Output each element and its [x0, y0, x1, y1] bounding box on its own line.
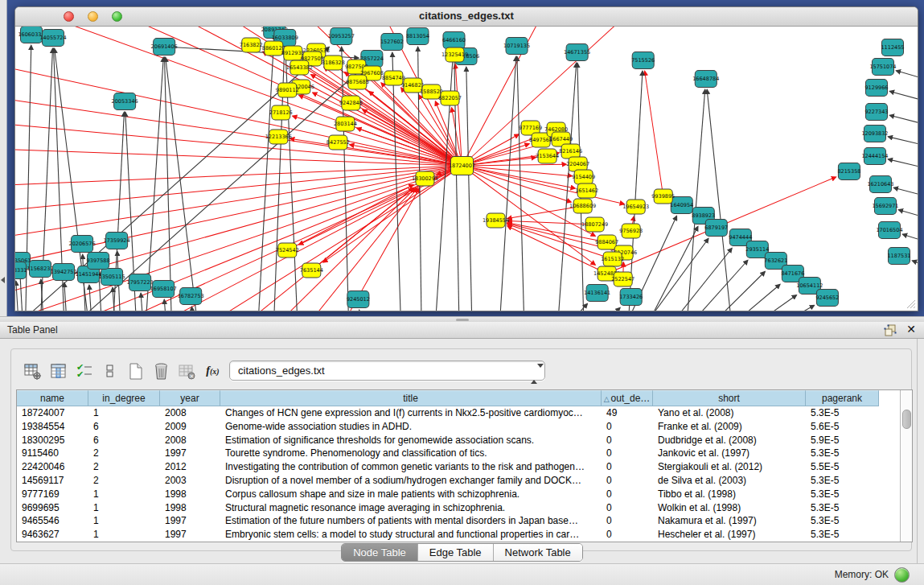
graph-node[interactable]: 1527602	[380, 34, 404, 51]
graph-edge[interactable]	[165, 58, 173, 311]
graph-node[interactable]: 13942757	[50, 264, 76, 281]
graph-node[interactable]: 19384554	[483, 213, 509, 228]
graph-edge[interactable]	[888, 137, 918, 147]
row-height-icon[interactable]	[100, 360, 120, 381]
graph-node[interactable]: 20691406	[151, 39, 178, 56]
graph-node[interactable]: 7524542	[276, 243, 299, 257]
table-row[interactable]: 1872400712008Changes of HCN gene express…	[17, 406, 912, 420]
graph-node[interactable]: 6822057	[438, 91, 462, 105]
graph-node[interactable]: 8813054	[406, 28, 429, 45]
show-columns-icon[interactable]	[48, 360, 68, 381]
graph-edge[interactable]	[889, 91, 918, 103]
column-header-year[interactable]: year	[160, 390, 220, 406]
network-canvas[interactable]: 1606033814055724206914062089174316033809…	[15, 27, 918, 311]
table-selector-dropdown[interactable]: citations_edges.txt	[229, 360, 545, 381]
graph-node[interactable]: 9245012	[347, 291, 370, 308]
splitter-handle[interactable]	[456, 319, 469, 321]
graph-node[interactable]: 16543382	[286, 60, 313, 75]
graph-edge[interactable]	[287, 185, 413, 250]
memory-status-led[interactable]	[894, 567, 910, 583]
selection-mode-icon[interactable]: ✔ ✔	[74, 360, 94, 381]
graph-edge[interactable]	[902, 234, 918, 244]
column-header-name[interactable]: name	[17, 390, 88, 406]
tab-edge-table[interactable]: Edge Table	[418, 544, 494, 561]
graph-node[interactable]: 15751074	[869, 59, 896, 76]
graph-node[interactable]: 14671355	[564, 44, 590, 61]
table-row[interactable]: 946554611997Estimation of the future num…	[17, 514, 912, 528]
graph-edge[interactable]	[462, 166, 624, 204]
graph-node[interactable]: 8186328	[322, 56, 345, 70]
horizontal-splitter[interactable]	[0, 316, 924, 322]
table-row[interactable]: 1456911722003Disruption of a novel membe…	[17, 474, 912, 488]
graph-node[interactable]: 10688609	[569, 199, 596, 213]
column-header-pagerank[interactable]: pagerank	[806, 390, 879, 406]
column-header-short[interactable]: short	[653, 390, 806, 406]
graph-node[interactable]: 9227343	[864, 104, 888, 121]
graph-node[interactable]: 9242848	[339, 96, 363, 110]
window-titlebar[interactable]: citations_edges.txt	[15, 7, 918, 27]
column-header-in_degree[interactable]: in_degree	[88, 390, 160, 406]
vertical-scrollbar[interactable]	[900, 390, 912, 542]
graph-edge[interactable]	[466, 68, 473, 311]
graph-node[interactable]: 16958107	[150, 281, 177, 298]
graph-node[interactable]: 3913331	[15, 262, 27, 279]
graph-node[interactable]: 18300295	[412, 171, 438, 186]
graph-edge[interactable]	[16, 282, 20, 311]
table-row[interactable]: 1938455462009Genome-wide association stu…	[17, 420, 912, 434]
table-row[interactable]: 977716911998Corpus callosum shape and si…	[17, 488, 912, 501]
function-builder-icon[interactable]: f(x)	[203, 360, 223, 381]
delete-table-icon[interactable]: ✕	[177, 360, 197, 381]
collapse-arrow-icon[interactable]	[1, 277, 5, 283]
scrollbar-thumb[interactable]	[902, 410, 911, 429]
graph-edge[interactable]	[499, 57, 516, 311]
resize-grip-icon[interactable]	[905, 298, 916, 309]
graph-node[interactable]: 17016504	[876, 222, 902, 239]
graph-node[interactable]: 10719135	[503, 38, 530, 55]
graph-edge[interactable]	[707, 90, 734, 311]
graph-edge[interactable]	[191, 307, 195, 311]
graph-node[interactable]: 8427552	[326, 135, 350, 150]
network-graph[interactable]: 1606033814055724206914062089174316033809…	[15, 27, 918, 311]
graph-node[interactable]: 8216146	[559, 144, 582, 159]
graph-edge[interactable]	[645, 72, 663, 197]
table-row[interactable]: 969969511998Structural magnetic resonanc…	[17, 501, 912, 515]
graph-node[interactable]: 9154409	[572, 170, 595, 184]
graph-node[interactable]: 1112455	[881, 39, 904, 56]
graph-node[interactable]: 1651462	[575, 183, 598, 198]
graph-edge[interactable]	[392, 53, 402, 311]
table-options-icon[interactable]	[23, 360, 43, 381]
graph-node[interactable]: 2153644	[536, 149, 559, 163]
graph-edge[interactable]	[257, 41, 273, 311]
graph-node[interactable]: 2522547	[611, 272, 634, 286]
table-row[interactable]: 1830029562008Estimation of significance …	[17, 434, 912, 447]
graph-node[interactable]: 9756928	[619, 224, 643, 238]
graph-edge[interactable]	[166, 58, 200, 311]
table-row[interactable]: 946362711997Embryonic stem cells: a mode…	[17, 528, 912, 542]
tab-network-table[interactable]: Network Table	[494, 544, 582, 561]
graph-edge[interactable]	[704, 285, 780, 311]
graph-node[interactable]: 9875685	[346, 75, 369, 89]
graph-node[interactable]: 10953257	[328, 28, 355, 45]
delete-column-icon[interactable]	[151, 360, 171, 381]
table-row[interactable]: 2242004622012Investigating the contribut…	[17, 460, 912, 474]
graph-edge[interactable]	[141, 294, 145, 311]
graph-node[interactable]: 16210643	[867, 176, 893, 193]
graph-node[interactable]: 8215358	[837, 163, 860, 180]
graph-node[interactable]: 16782753	[178, 288, 204, 305]
graph-edge[interactable]	[898, 210, 918, 220]
graph-node-hub[interactable]: 18724007	[449, 157, 475, 175]
network-view-window[interactable]: citations_edges.txt 16060338140557242069…	[14, 6, 918, 311]
graph-node[interactable]: 7635144	[300, 263, 323, 278]
graph-node[interactable]: 9397588	[87, 253, 110, 270]
column-header-title[interactable]: title	[220, 390, 602, 406]
graph-edge[interactable]	[889, 115, 918, 126]
graph-node[interactable]: 9939895	[651, 189, 675, 204]
table-row[interactable]: 911546021997Tourette syndrome. Phenomeno…	[17, 447, 912, 460]
graph-node[interactable]: 9890112	[276, 83, 299, 97]
graph-edge[interactable]	[176, 166, 462, 311]
graph-node[interactable]: 7163822	[240, 38, 263, 52]
graph-edge[interactable]	[669, 261, 748, 311]
float-window-icon[interactable]	[884, 324, 897, 336]
tab-node-table[interactable]: Node Table	[342, 544, 418, 561]
graph-edge[interactable]	[64, 283, 68, 311]
